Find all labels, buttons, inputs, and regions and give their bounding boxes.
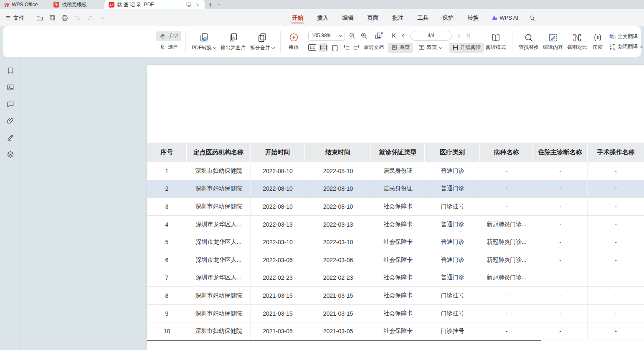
- table-cell: 3: [147, 198, 187, 216]
- comments-panel-button[interactable]: [6, 100, 15, 108]
- split-merge-icon: [257, 32, 268, 43]
- table-row: 9深圳市妇幼保健院2021-03-152021-03-15社会保障卡门诊挂号--…: [147, 305, 644, 323]
- table-cell: 普通门诊: [425, 216, 480, 234]
- hand-tool-button[interactable]: 手型: [156, 31, 181, 41]
- zoom-out-icon: [348, 32, 356, 40]
- document-viewport[interactable]: 序号定点医药机构名称开始时间结束时间就诊凭证类型医疗类别病种名称住院主诊断名称手…: [21, 57, 644, 350]
- table-cell: -: [480, 305, 533, 323]
- tab-list-dropdown[interactable]: [216, 0, 223, 9]
- select-tool-button[interactable]: 选择: [156, 42, 181, 52]
- word-translate-label: 划词翻译: [618, 43, 638, 50]
- export-image-button[interactable]: 输出为图片: [218, 32, 248, 51]
- tab-document-pdf[interactable]: P 就 医 记 录 .PDF: [104, 0, 205, 9]
- table-cell: -: [588, 322, 644, 340]
- first-page-button[interactable]: [389, 31, 398, 40]
- zoom-out-button[interactable]: [347, 31, 357, 40]
- undo-button[interactable]: [72, 13, 82, 23]
- rotate-document-label: 旋转文档: [364, 44, 384, 51]
- menu-item-edit[interactable]: 编辑: [342, 13, 354, 23]
- chevron-down-icon: [640, 44, 643, 48]
- table-cell: 门诊挂号: [425, 305, 480, 323]
- save-button[interactable]: [47, 13, 57, 23]
- ribbon-tabs: 开始 插入 编辑 页面 批注 工具 保护 转换 WPS AI: [292, 13, 535, 23]
- export-image-icon: [228, 32, 238, 43]
- chevron-down-icon: [100, 15, 105, 20]
- redo-button[interactable]: [85, 13, 95, 23]
- edit-content-button[interactable]: 编辑内容: [541, 33, 565, 51]
- tab-wps-office[interactable]: W WPS Office: [0, 0, 49, 9]
- compress-button[interactable]: 压缩: [589, 33, 606, 51]
- layers-panel-button[interactable]: [6, 150, 15, 158]
- tab-close-button[interactable]: [195, 2, 200, 8]
- file-menu-label: 文件: [13, 14, 24, 22]
- word-translate-button[interactable]: 划词翻译: [609, 43, 643, 51]
- divider: [280, 31, 281, 53]
- table-cell: -: [480, 287, 533, 305]
- table-cell: -: [588, 233, 644, 251]
- previous-page-button[interactable]: [398, 31, 408, 40]
- menu-item-annotate[interactable]: 批注: [392, 13, 404, 23]
- new-tab-button[interactable]: [205, 0, 216, 9]
- wps-ai-label: WPS AI: [499, 15, 518, 21]
- split-merge-button[interactable]: 拆分合并: [248, 32, 276, 51]
- split-merge-label: 拆分合并: [250, 44, 270, 51]
- wps-logo-icon: W: [4, 2, 9, 8]
- last-page-button[interactable]: [464, 31, 473, 40]
- present-to-screen-button[interactable]: [186, 2, 192, 8]
- bookmark-panel-button[interactable]: [6, 66, 15, 75]
- table-cell: 2022-03-06: [251, 251, 305, 269]
- printer-icon: [61, 14, 68, 22]
- attachments-panel-button[interactable]: [6, 117, 15, 125]
- table-cell: -: [533, 322, 588, 340]
- fit-page-button[interactable]: [330, 43, 340, 52]
- table-cell: 深圳市龙华区人...: [187, 251, 251, 269]
- single-page-button[interactable]: 单页: [388, 43, 413, 53]
- open-button[interactable]: [35, 13, 45, 23]
- full-translate-button[interactable]: 全文翻译: [609, 33, 643, 41]
- signature-panel-button[interactable]: [6, 133, 15, 142]
- pdf-convert-button[interactable]: PDF转换: [190, 32, 218, 51]
- menu-search-button[interactable]: [529, 15, 535, 21]
- next-page-button[interactable]: [454, 31, 464, 40]
- actual-size-button[interactable]: 1:1: [308, 44, 316, 51]
- image-icon: [6, 83, 15, 92]
- rotate-left-button[interactable]: [342, 43, 351, 52]
- menu-item-tools[interactable]: 工具: [417, 13, 429, 23]
- table-cell: -: [480, 198, 533, 216]
- zoom-in-button[interactable]: [359, 31, 368, 40]
- rotate-right-button[interactable]: [351, 43, 360, 52]
- file-menu-button[interactable]: 文件: [5, 14, 24, 22]
- play-icon: [289, 32, 299, 43]
- double-page-button[interactable]: 双页: [415, 43, 445, 53]
- continuous-read-button[interactable]: 连续阅读: [449, 43, 484, 53]
- fit-width-button[interactable]: [319, 43, 328, 52]
- table-cell: 2022-08-10: [251, 180, 305, 198]
- chevron-down-icon: [271, 46, 275, 49]
- play-button[interactable]: 播放: [285, 32, 302, 51]
- export-image-label: 输出为图片: [221, 44, 246, 51]
- zoom-level-select[interactable]: 105.88%: [308, 31, 345, 41]
- print-button[interactable]: [60, 13, 70, 23]
- wps-ai-icon: [492, 15, 497, 20]
- rotate-document-button[interactable]: [374, 31, 383, 40]
- menu-item-convert[interactable]: 转换: [467, 13, 479, 23]
- full-translate-icon: [609, 33, 616, 41]
- wps-ai-button[interactable]: WPS AI: [492, 15, 518, 21]
- table-cell: 居民身份证: [371, 162, 425, 180]
- menu-item-insert[interactable]: 插入: [317, 13, 329, 23]
- menu-item-protect[interactable]: 保护: [442, 13, 454, 23]
- menu-item-home[interactable]: 开始: [292, 13, 304, 23]
- quick-access-dropdown[interactable]: [97, 13, 107, 23]
- menu-item-page[interactable]: 页面: [367, 13, 379, 23]
- find-replace-button[interactable]: 查找替换: [517, 33, 541, 51]
- bookmark-icon: [6, 66, 15, 75]
- screenshot-compare-button[interactable]: 截图对比: [565, 33, 589, 51]
- previous-page-icon: [400, 33, 406, 39]
- table-cell: 1: [147, 162, 187, 180]
- read-mode-button[interactable]: 阅读模式: [484, 33, 508, 51]
- page-number-input[interactable]: 4/4: [410, 31, 452, 41]
- table-cell: -: [588, 269, 644, 287]
- tab-docer-templates[interactable]: 找稻壳模板: [49, 0, 104, 9]
- thumbnails-panel-button[interactable]: [6, 83, 15, 92]
- table-cell: 深圳市妇幼保健院: [187, 162, 251, 180]
